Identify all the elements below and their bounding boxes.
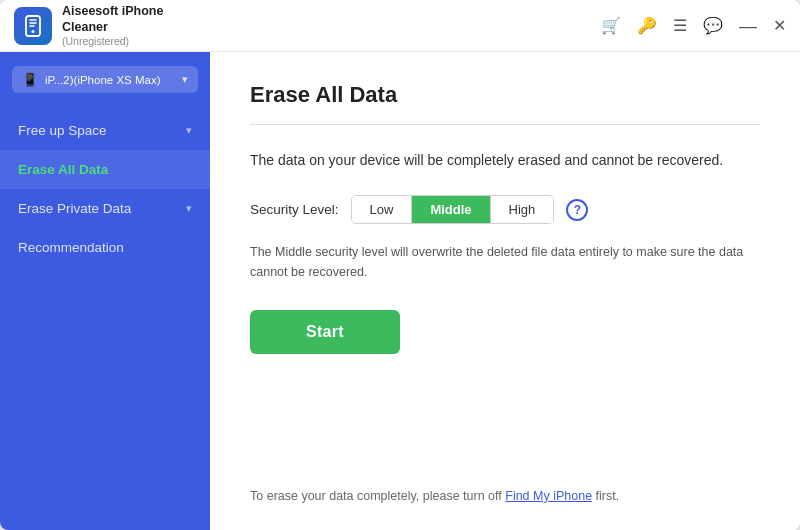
device-chevron-icon: ▾ bbox=[182, 73, 188, 86]
minimize-button[interactable]: — bbox=[739, 17, 757, 35]
sidebar: 📱 iP...2)(iPhone XS Max) ▾ Free up Space… bbox=[0, 52, 210, 530]
cart-icon[interactable]: 🛒 bbox=[601, 18, 621, 34]
security-low-button[interactable]: Low bbox=[352, 196, 413, 223]
app-name: Aiseesoft iPhone bbox=[62, 3, 163, 19]
key-icon[interactable]: 🔑 bbox=[637, 18, 657, 34]
sidebar-item-label: Free up Space bbox=[18, 123, 107, 138]
app-name2: Cleaner bbox=[62, 19, 163, 35]
help-icon[interactable]: ? bbox=[566, 199, 588, 221]
app-icon bbox=[14, 7, 52, 45]
chat-icon[interactable]: 💬 bbox=[703, 18, 723, 34]
find-iphone-notice: To erase your data completely, please tu… bbox=[250, 486, 760, 506]
start-button[interactable]: Start bbox=[250, 310, 400, 354]
security-label: Security Level: bbox=[250, 202, 339, 217]
device-name: iP...2)(iPhone XS Max) bbox=[45, 74, 175, 86]
find-iphone-prefix: To erase your data completely, please tu… bbox=[250, 489, 505, 503]
security-level-row: Security Level: Low Middle High ? bbox=[250, 195, 760, 224]
security-high-button[interactable]: High bbox=[491, 196, 554, 223]
app-window: Aiseesoft iPhone Cleaner (Unregistered) … bbox=[0, 0, 800, 530]
sidebar-item-label: Recommendation bbox=[18, 240, 124, 255]
warning-text: The data on your device will be complete… bbox=[250, 149, 760, 171]
page-title: Erase All Data bbox=[250, 82, 760, 108]
menu-icon[interactable]: ☰ bbox=[673, 18, 687, 34]
find-iphone-suffix: first. bbox=[592, 489, 619, 503]
divider bbox=[250, 124, 760, 125]
sidebar-item-erase-all-data[interactable]: Erase All Data bbox=[0, 150, 210, 189]
sidebar-item-label: Erase Private Data bbox=[18, 201, 131, 216]
app-status: (Unregistered) bbox=[62, 35, 163, 48]
main-content: Erase All Data The data on your device w… bbox=[210, 52, 800, 530]
sidebar-item-recommendation[interactable]: Recommendation bbox=[0, 228, 210, 267]
security-description: The Middle security level will overwrite… bbox=[250, 242, 760, 282]
svg-point-1 bbox=[32, 30, 35, 33]
find-my-iphone-link[interactable]: Find My iPhone bbox=[505, 489, 592, 503]
sidebar-item-erase-private-data[interactable]: Erase Private Data ▾ bbox=[0, 189, 210, 228]
app-title-block: Aiseesoft iPhone Cleaner (Unregistered) bbox=[62, 3, 163, 48]
security-buttons: Low Middle High bbox=[351, 195, 555, 224]
titlebar-left: Aiseesoft iPhone Cleaner (Unregistered) bbox=[14, 3, 163, 48]
titlebar: Aiseesoft iPhone Cleaner (Unregistered) … bbox=[0, 0, 800, 52]
sidebar-item-label: Erase All Data bbox=[18, 162, 108, 177]
device-selector[interactable]: 📱 iP...2)(iPhone XS Max) ▾ bbox=[12, 66, 198, 93]
chevron-down-icon: ▾ bbox=[186, 124, 192, 137]
body: 📱 iP...2)(iPhone XS Max) ▾ Free up Space… bbox=[0, 52, 800, 530]
titlebar-controls: 🛒 🔑 ☰ 💬 — ✕ bbox=[601, 17, 786, 35]
close-button[interactable]: ✕ bbox=[773, 18, 786, 34]
phone-icon: 📱 bbox=[22, 72, 38, 87]
security-middle-button[interactable]: Middle bbox=[412, 196, 490, 223]
sidebar-item-free-up-space[interactable]: Free up Space ▾ bbox=[0, 111, 210, 150]
chevron-down-icon: ▾ bbox=[186, 202, 192, 215]
